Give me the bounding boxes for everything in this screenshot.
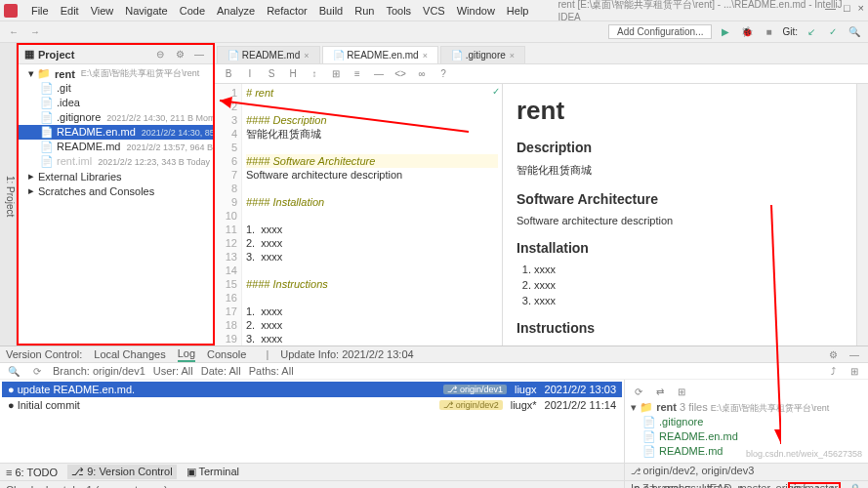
menu-code[interactable]: Code (174, 3, 211, 19)
md-tool-icon[interactable]: <> (393, 66, 408, 82)
tree-root[interactable]: ▾ 📁 rent E:\桌面\智能共享租赁平台\rent (19, 66, 213, 81)
close-icon[interactable]: × (423, 51, 428, 61)
code-content[interactable]: # rent #### Description 智能化租赁商城 #### Sof… (242, 84, 502, 346)
md-tool-icon[interactable]: ∞ (414, 66, 430, 82)
changed-file[interactable]: 📄 .gitignore (631, 415, 862, 429)
menu-help[interactable]: Help (501, 3, 535, 19)
md-tool-icon[interactable]: I (242, 66, 258, 82)
scratches-consoles[interactable]: ▸ Scratches and Consoles (19, 183, 213, 198)
project-tree[interactable]: ▾ 📁 rent E:\桌面\智能共享租赁平台\rent 📄 .git📄 .id… (19, 64, 213, 200)
editor-tab[interactable]: 📄 README.en.md × (322, 46, 438, 63)
date-filter[interactable]: Date: All (201, 365, 241, 377)
menu-refactor[interactable]: Refactor (261, 3, 313, 19)
project-panel-title: ▦ Project (24, 48, 74, 61)
vcs-tab-log[interactable]: Log (178, 347, 195, 362)
lock-icon: 🔒 (848, 483, 862, 488)
version-control-panel: Version Control: Local Changes Log Conso… (0, 346, 868, 463)
close-icon[interactable]: × (304, 51, 309, 61)
tree-item[interactable]: 📄 .git (19, 81, 213, 96)
window-title: rent [E:\桌面\智能共享租赁平台\rent] - ...\README.… (552, 0, 864, 24)
menu-file[interactable]: File (25, 3, 55, 19)
window-controls[interactable]: —□× (825, 2, 864, 14)
commit-row[interactable]: ● update README.en.md.⎇ origin/dev1liugx… (2, 382, 622, 397)
vcs-tab-local[interactable]: Local Changes (94, 348, 165, 360)
preview-scrollbar[interactable] (856, 84, 868, 346)
hide-icon[interactable]: — (191, 47, 207, 62)
menu-vcs[interactable]: VCS (417, 3, 451, 19)
close-icon[interactable]: × (510, 51, 515, 61)
menu-navigate[interactable]: Navigate (119, 3, 173, 19)
expand-icon[interactable]: ⊞ (847, 363, 862, 379)
commit-row[interactable]: ● Initial commit⎇ origin/dev2liugx*2021/… (2, 397, 622, 413)
menu-run[interactable]: Run (349, 3, 380, 19)
preview-heading: Instructions (517, 320, 843, 336)
forward-icon[interactable]: → (27, 24, 43, 40)
line-ending[interactable]: CRLF (663, 484, 691, 489)
caret-position[interactable]: 6:27 (635, 484, 655, 489)
md-tool-icon[interactable]: B (221, 66, 236, 82)
vcs-gear-icon[interactable]: ⚙ (825, 346, 841, 362)
project-tool-tab[interactable]: 1: Project (0, 43, 17, 346)
encoding[interactable]: UTF-8 (699, 484, 729, 489)
cherry-pick-icon[interactable]: ⤴ (825, 363, 841, 379)
gear-icon[interactable]: ⚙ (172, 47, 187, 62)
editor-area: 📄 README.md ×📄 README.en.md ×📄 .gitignor… (215, 43, 868, 346)
search-icon[interactable]: 🔍 (847, 24, 862, 40)
md-tool-icon[interactable]: ≡ (350, 66, 365, 82)
md-tool-icon[interactable]: H (285, 66, 301, 82)
menu-analyze[interactable]: Analyze (211, 3, 261, 19)
branches-line1: ⎇ origin/dev2, origin/dev3 (631, 465, 862, 476)
refresh-icon[interactable]: ⟳ (29, 363, 45, 379)
tree-item[interactable]: 📄 README.md2021/2/2 13:57, 964 B Moments… (19, 140, 213, 154)
bottom-tab[interactable]: ⎇ 9: Version Control (67, 465, 177, 479)
add-configuration-button[interactable]: Add Configuration... (608, 24, 712, 39)
vcs-tab-console[interactable]: Console (207, 348, 246, 360)
menu-view[interactable]: View (85, 3, 120, 19)
debug-icon[interactable]: 🐞 (739, 24, 755, 40)
run-icon[interactable]: ▶ (718, 24, 733, 40)
changed-file[interactable]: 📄 README.en.md (631, 429, 862, 444)
markdown-preview: rent Description智能化租赁商城Software Architec… (503, 84, 856, 346)
vcs-update-icon[interactable]: ↙ (804, 24, 819, 40)
vcs-hide-icon[interactable]: — (847, 346, 862, 362)
menu-window[interactable]: Window (451, 3, 501, 19)
filter-icon[interactable]: 🔍 (6, 363, 21, 379)
md-tool-icon[interactable]: ⊞ (328, 66, 344, 82)
git-branch-badge[interactable]: Git: dev1 (788, 482, 841, 489)
user-filter[interactable]: User: All (153, 365, 193, 377)
vcs-tabs: Version Control: Local Changes Log Conso… (0, 346, 868, 363)
editor-tab[interactable]: 📄 README.md × (217, 46, 320, 63)
check-icon: ✓ (492, 86, 500, 97)
preview-heading: Software Architecture (517, 191, 843, 207)
md-tool-icon[interactable]: — (371, 66, 387, 82)
md-tool-icon[interactable]: ↕ (307, 66, 322, 82)
vcs-commit-icon[interactable]: ✓ (825, 24, 841, 40)
branch-filter[interactable]: Branch: origin/dev1 (53, 365, 145, 377)
bottom-tab[interactable]: ≡ 6: TODO (6, 467, 58, 478)
paths-filter[interactable]: Paths: All (249, 365, 294, 377)
tree-item[interactable]: 📄 rent.iml2021/2/2 12:23, 343 B Today 13… (19, 154, 213, 169)
bottom-tab[interactable]: ▣ Terminal (186, 466, 239, 478)
preview-list-item: xxxx (534, 264, 843, 275)
indent[interactable]: 4 spaces (737, 484, 780, 489)
detail-expand-icon[interactable]: ⊞ (674, 384, 689, 399)
preview-heading: Installation (517, 240, 843, 256)
tree-item[interactable]: 📄 README.en.md2021/2/2 14:30, 859 B 3 mi… (19, 125, 213, 140)
back-icon[interactable]: ← (6, 24, 21, 40)
detail-diff-icon[interactable]: ⇄ (652, 384, 668, 399)
vcs-update-info[interactable]: Update Info: 2021/2/2 13:04 (280, 348, 413, 360)
md-tool-icon[interactable]: S (264, 66, 279, 82)
stop-icon[interactable]: ■ (761, 24, 776, 40)
detail-refresh-icon[interactable]: ⟳ (631, 384, 646, 399)
menu-edit[interactable]: Edit (55, 3, 85, 19)
preview-h1: rent (517, 96, 843, 126)
editor-tab[interactable]: 📄 .gitignore × (440, 46, 525, 63)
menu-tools[interactable]: Tools (380, 3, 417, 19)
code-editor[interactable]: 12345678910111213141516171819202122 # re… (215, 84, 503, 346)
external-libraries[interactable]: ▸ External Libraries (19, 169, 213, 183)
menu-build[interactable]: Build (313, 3, 349, 19)
tree-item[interactable]: 📄 .idea (19, 96, 213, 110)
md-tool-icon[interactable]: ? (435, 66, 451, 82)
collapse-icon[interactable]: ⊖ (152, 47, 168, 62)
tree-item[interactable]: 📄 .gitignore2021/2/2 14:30, 211 B Moment… (19, 110, 213, 125)
